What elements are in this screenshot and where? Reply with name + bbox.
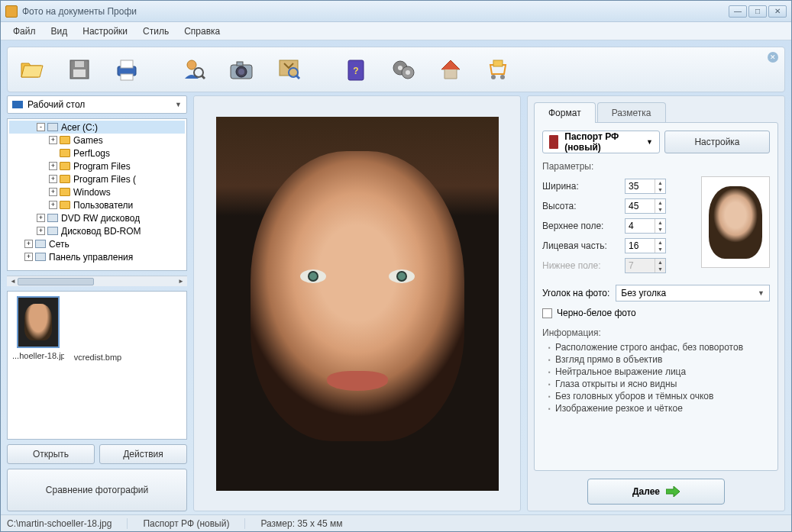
location-combo[interactable]: Рабочий стол ▼ — [7, 95, 187, 114]
svg-rect-12 — [237, 62, 243, 66]
folder-open-icon[interactable] — [15, 53, 49, 86]
tree-label: Дисковод BD-ROM — [61, 226, 141, 237]
cart-icon[interactable] — [481, 53, 515, 86]
menubar: Файл Вид Настройки Стиль Справка — [1, 22, 791, 40]
open-button[interactable]: Открыть — [7, 444, 95, 464]
svg-point-6 — [187, 60, 196, 69]
minimize-button[interactable]: — — [729, 5, 747, 18]
param-label: Лицевая часть: — [542, 240, 619, 251]
tree-expander[interactable]: + — [37, 227, 45, 235]
toolbar-hide-icon[interactable]: ✕ — [768, 52, 778, 63]
actions-button[interactable]: Действия — [99, 444, 187, 464]
status-size: Размер: 35 x 45 мм — [260, 518, 342, 529]
tree-expander[interactable]: + — [24, 253, 33, 261]
tree-node[interactable]: +Панель управления — [9, 250, 185, 263]
tree-node[interactable]: +Program Files — [9, 160, 185, 172]
tree-expander[interactable]: + — [24, 240, 33, 248]
drive-icon — [47, 214, 58, 222]
param-label: Верхнее поле: — [542, 221, 619, 231]
tree-hscroll[interactable]: ◄ ► — [7, 276, 187, 286]
tree-label: Пользователи — [73, 200, 133, 211]
tree-node[interactable]: +Сеть — [9, 237, 185, 250]
param-spinner[interactable]: 45▲▼ — [625, 198, 666, 214]
home-icon[interactable] — [434, 53, 467, 86]
format-settings-button[interactable]: Настройка — [664, 131, 770, 153]
folder-tree[interactable]: -Acer (C:)+GamesPerfLogs+Program Files+P… — [7, 118, 187, 271]
tree-expander[interactable]: + — [49, 188, 57, 196]
tree-node[interactable]: PerfLogs — [9, 147, 185, 160]
folder-icon — [60, 175, 70, 183]
tree-expander[interactable]: + — [49, 136, 57, 144]
app-window: Фото на документы Профи — □ ✕ Файл Вид Н… — [0, 0, 792, 532]
tree-expander[interactable]: - — [37, 123, 45, 131]
svg-line-8 — [202, 76, 205, 79]
svg-rect-2 — [75, 61, 84, 67]
next-button[interactable]: Далее — [587, 479, 725, 505]
user-search-icon[interactable] — [177, 53, 211, 86]
arrow-right-icon — [666, 486, 680, 497]
tree-expander[interactable]: + — [49, 175, 57, 183]
tree-label: Сеть — [49, 239, 70, 250]
tab-format[interactable]: Формат — [534, 102, 596, 123]
tree-label: DVD RW дисковод — [61, 213, 140, 224]
status-path: C:\martin-schoeller-18.jpg — [7, 518, 128, 529]
tree-node[interactable]: +Пользователи — [9, 198, 185, 211]
help-icon[interactable]: ? — [339, 53, 373, 86]
tree-node[interactable]: -Acer (C:) — [9, 121, 185, 134]
menu-help[interactable]: Справка — [178, 24, 226, 39]
app-icon — [5, 5, 18, 18]
menu-file[interactable]: Файл — [7, 24, 42, 39]
chevron-down-icon: ▼ — [758, 285, 765, 301]
info-item: Глаза открыты и ясно видны — [548, 378, 770, 390]
menu-style[interactable]: Стиль — [137, 24, 175, 39]
camera-icon[interactable] — [225, 53, 258, 86]
save-icon[interactable] — [63, 53, 96, 86]
menu-settings[interactable]: Настройки — [76, 24, 134, 39]
net-icon — [35, 240, 46, 248]
folder-icon — [60, 149, 70, 157]
tree-expander[interactable]: + — [49, 162, 57, 170]
svg-rect-4 — [121, 60, 133, 68]
tree-node[interactable]: +Дисковод BD-ROM — [9, 224, 185, 237]
bw-checkbox[interactable] — [542, 308, 552, 318]
main-photo[interactable] — [216, 117, 499, 491]
info-item: Нейтральное выражение лица — [548, 366, 770, 378]
info-item: Взгляд прямо в объектив — [548, 353, 770, 366]
maximize-button[interactable]: □ — [748, 5, 767, 18]
right-panel: Формат Разметка Паспорт РФ (новый) ▼ Нас… — [527, 95, 785, 511]
menu-view[interactable]: Вид — [45, 24, 74, 39]
desktop-icon — [12, 101, 23, 108]
tab-layout[interactable]: Разметка — [597, 102, 666, 123]
location-label: Рабочий стол — [27, 99, 85, 110]
tree-label: Панель управления — [49, 252, 133, 263]
param-spinner[interactable]: 4▲▼ — [625, 218, 666, 234]
svg-rect-1 — [73, 69, 86, 77]
tree-node[interactable]: +Windows — [9, 185, 185, 198]
tree-node[interactable]: +DVD RW дисковод — [9, 211, 185, 224]
tree-node[interactable]: +Program Files ( — [9, 172, 185, 185]
thumbnail-icon — [24, 304, 52, 340]
corner-combo[interactable]: Без уголка ▼ — [616, 285, 770, 301]
info-list: Расположение строго анфас, без поворотов… — [542, 341, 770, 414]
thumb-item[interactable]: vcredist.bmp — [72, 296, 124, 362]
sample-photo — [701, 176, 770, 268]
param-spinner[interactable]: 16▲▼ — [625, 238, 666, 253]
clothes-icon[interactable] — [272, 53, 305, 86]
tree-expander[interactable]: + — [49, 201, 57, 209]
tree-expander[interactable]: + — [37, 214, 45, 222]
video-icon[interactable] — [386, 53, 420, 86]
close-button[interactable]: ✕ — [768, 5, 787, 18]
window-title: Фото на документы Профи — [22, 6, 729, 17]
param-spinner[interactable]: 35▲▼ — [625, 179, 666, 194]
format-combo[interactable]: Паспорт РФ (новый) ▼ — [542, 131, 660, 153]
svg-point-21 — [406, 70, 410, 75]
compare-button[interactable]: Сравнение фотографий — [7, 469, 187, 511]
param-label: Высота: — [542, 201, 619, 211]
print-icon[interactable] — [110, 53, 144, 86]
titlebar: Фото на документы Профи — □ ✕ — [1, 1, 791, 22]
tree-expander[interactable] — [49, 149, 57, 157]
tree-label: PerfLogs — [73, 148, 110, 159]
thumb-item[interactable]: ...hoeller-18.jpg — [12, 296, 64, 360]
tree-node[interactable]: +Games — [9, 134, 185, 147]
svg-rect-5 — [121, 74, 133, 80]
